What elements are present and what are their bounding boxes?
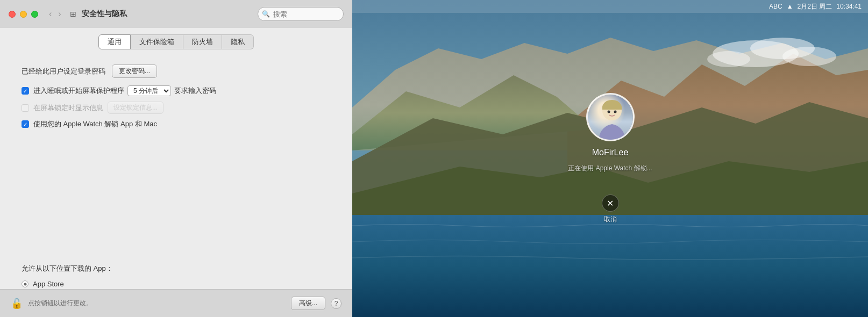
traffic-lights — [9, 11, 38, 18]
search-input[interactable] — [258, 7, 344, 21]
menu-bar: ABC ▲ 2月2日 周二 10:34:41 — [352, 0, 868, 13]
avatar-image — [588, 95, 633, 140]
show-message-checkbox[interactable] — [22, 104, 29, 112]
time-display: 10:34:41 — [836, 3, 862, 10]
download-label: 允许从以下位置下载的 App： — [22, 264, 331, 273]
username-display: MoFirLee — [592, 148, 629, 157]
bottom-right: 高级... ? — [291, 297, 341, 310]
tab-filevault[interactable]: 文件保险箱 — [131, 34, 183, 49]
lock-text: 点按锁钮以进行更改。 — [28, 299, 93, 308]
maximize-button[interactable] — [31, 11, 38, 18]
tab-bar: 通用 文件保险箱 防火墙 隐私 — [0, 28, 352, 54]
menu-bar-right: ABC ▲ 2月2日 周二 10:34:41 — [769, 2, 862, 11]
date-text: 2月2日 — [798, 3, 817, 10]
title-bar: ‹ › ⊞ 安全性与隐私 🔍 — [0, 0, 352, 28]
advanced-button[interactable]: 高级... — [291, 297, 325, 310]
minimize-button[interactable] — [20, 11, 27, 18]
require-password-label: 要求输入密码 — [174, 86, 216, 96]
date-display: 2月2日 周二 — [798, 2, 833, 11]
app-store-label: App Store — [33, 280, 64, 288]
app-store-radio[interactable] — [22, 280, 29, 287]
close-button[interactable] — [9, 11, 16, 18]
forward-arrow[interactable]: › — [56, 8, 63, 20]
weekday-text: 周二 — [819, 3, 832, 10]
input-method-indicator: ABC — [769, 3, 782, 10]
desktop-panel: ABC ▲ 2月2日 周二 10:34:41 — [352, 0, 868, 317]
content-area: 已经给此用户设定登录密码 更改密码... ✓ 进入睡眠或开始屏幕保护程序 5 分… — [0, 54, 352, 237]
back-arrow[interactable]: ‹ — [47, 8, 54, 20]
avatar-illustration — [588, 95, 635, 141]
svg-point-7 — [607, 111, 610, 113]
apple-watch-checkbox[interactable]: ✓ — [22, 120, 29, 128]
login-overlay: MoFirLee 正在使用 Apple Watch 解锁... ✕ 取消 — [352, 0, 868, 317]
password-set-text: 已经给此用户设定登录密码 — [22, 67, 105, 76]
apple-watch-label: 使用您的 Apple Watch 解锁 App 和 Mac — [33, 119, 157, 129]
show-message-row: 在屏幕锁定时显示信息 设定锁定信息... — [22, 102, 331, 114]
help-button[interactable]: ? — [331, 298, 341, 309]
search-icon: 🔍 — [262, 10, 270, 18]
lock-icon[interactable]: 🔓 — [11, 298, 23, 309]
user-avatar — [586, 93, 635, 141]
nav-arrows: ‹ › — [47, 8, 63, 20]
screensaver-label: 进入睡眠或开始屏幕保护程序 — [33, 86, 124, 96]
wifi-icon: ▲ — [787, 3, 793, 10]
cancel-label: 取消 — [604, 215, 617, 224]
change-password-button[interactable]: 更改密码... — [112, 64, 157, 78]
search-bar: 🔍 — [258, 7, 344, 21]
show-message-label: 在屏幕锁定时显示信息 — [33, 103, 103, 113]
window-title: 安全性与隐私 — [82, 9, 127, 19]
tab-general[interactable]: 通用 — [98, 34, 131, 49]
unlock-status: 正在使用 Apple Watch 解锁... — [568, 164, 652, 173]
tab-privacy[interactable]: 隐私 — [222, 34, 254, 49]
password-row: 已经给此用户设定登录密码 更改密码... — [22, 64, 331, 78]
system-preferences-window: ‹ › ⊞ 安全性与隐私 🔍 通用 文件保险箱 防火墙 隐私 已经给此用户设定登… — [0, 0, 352, 317]
apple-watch-row: ✓ 使用您的 Apple Watch 解锁 App 和 Mac — [22, 119, 331, 129]
grid-icon[interactable]: ⊞ — [70, 10, 76, 18]
svg-point-8 — [614, 111, 616, 113]
time-select[interactable]: 5 分钟后 — [127, 85, 171, 96]
tab-firewall[interactable]: 防火墙 — [183, 34, 222, 49]
app-store-option: App Store — [22, 280, 331, 288]
bottom-bar: 🔓 点按锁钮以进行更改。 高级... ? — [0, 289, 352, 317]
search-wrapper: 🔍 — [258, 7, 344, 21]
cancel-icon[interactable]: ✕ — [602, 194, 619, 212]
screensaver-checkbox[interactable]: ✓ — [22, 87, 29, 95]
set-lock-info-button[interactable]: 设定锁定信息... — [108, 102, 163, 114]
cancel-section: ✕ 取消 — [602, 194, 619, 224]
screensaver-row: ✓ 进入睡眠或开始屏幕保护程序 5 分钟后 要求输入密码 — [22, 85, 331, 96]
